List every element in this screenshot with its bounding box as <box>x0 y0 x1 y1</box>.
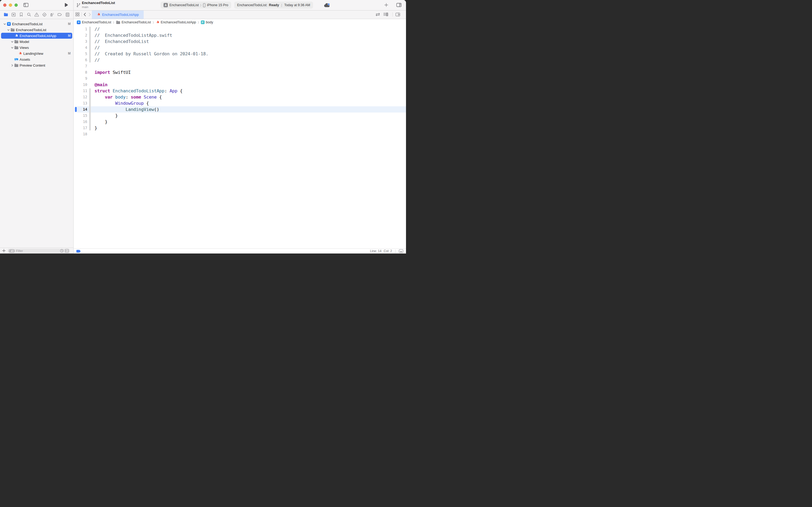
minimize-window-button[interactable] <box>9 3 12 7</box>
code-line-2[interactable]: 2// EnchancedTodoListApp.swift <box>73 32 406 39</box>
line-number[interactable]: 16 <box>73 119 87 125</box>
tree-item-enchancedtodolist[interactable]: AEnchancedTodoListM <box>0 21 73 27</box>
breakpoints-navigator-icon[interactable] <box>56 11 63 18</box>
reports-navigator-icon[interactable] <box>64 11 71 18</box>
breadcrumb-enchancedtodolistapp[interactable]: EnchancedTodoListApp <box>156 20 196 24</box>
code-line-14[interactable]: 14 LandingView() <box>73 106 406 113</box>
line-number[interactable]: 9 <box>73 75 87 81</box>
line-number[interactable]: 17 <box>73 125 87 131</box>
code-line-1[interactable]: 1// <box>73 26 406 32</box>
code-line-8[interactable]: 8import SwiftUI <box>73 69 406 75</box>
line-number[interactable]: 15 <box>73 113 87 119</box>
zoom-window-button[interactable] <box>14 3 18 7</box>
breadcrumb-enchancedtodolist[interactable]: AEnchancedTodoList <box>77 20 111 24</box>
code-line-6[interactable]: 6// <box>73 57 406 63</box>
assets-icon <box>14 57 18 61</box>
tree-item-landingview[interactable]: LandingViewM <box>0 51 73 56</box>
breadcrumb-label: body <box>206 20 213 24</box>
breadcrumb-body[interactable]: Pbody <box>201 20 213 24</box>
xcode-window: EnchancedTodoList main A EnchancedTodoLi… <box>0 0 406 253</box>
line-number[interactable]: 3 <box>73 39 87 45</box>
add-file-button[interactable] <box>2 249 6 253</box>
code-line-11[interactable]: 11struct EnchancedTodoListApp: App { <box>73 88 406 94</box>
line-number[interactable]: 2 <box>73 32 87 39</box>
source-control-navigator-icon[interactable] <box>10 11 17 18</box>
go-forward-button[interactable] <box>89 13 91 16</box>
code-line-17[interactable]: 17} <box>73 125 406 131</box>
tree-item-label: EnchancedTodoList <box>12 22 43 26</box>
tree-item-label: EnchancedTodoListApp <box>19 34 56 38</box>
toggle-navigator-sidebar-icon[interactable] <box>23 3 28 7</box>
scheme-selector[interactable]: A EnchancedTodoList 〉 iPhone 15 Pro <box>161 2 231 9</box>
disclosure-down-icon[interactable] <box>7 27 10 32</box>
code-line-3[interactable]: 3// EnchancedTodoList <box>73 39 406 45</box>
disclosure-down-icon[interactable] <box>10 45 14 50</box>
code-line-15[interactable]: 15 } <box>73 113 406 119</box>
bookmarks-navigator-icon[interactable] <box>18 11 24 18</box>
line-number[interactable]: 11 <box>73 88 87 94</box>
code-line-7[interactable]: 7 <box>73 63 406 69</box>
find-navigator-icon[interactable] <box>26 11 32 18</box>
line-number[interactable]: 1 <box>73 26 87 32</box>
activity-status[interactable]: EnchancedTodoList: Ready | Today at 9:36… <box>234 2 313 9</box>
tree-item-label: Model <box>19 40 29 44</box>
recent-files-icon[interactable] <box>60 249 64 253</box>
jump-bar: AEnchancedTodoList〉EnchancedTodoList〉Enc… <box>73 19 406 25</box>
filter-scope-icon[interactable] <box>65 249 69 253</box>
line-number[interactable]: 8 <box>73 69 87 75</box>
code-line-5[interactable]: 5// Created by Russell Gordon on 2024-01… <box>73 51 406 57</box>
code-review-icon[interactable] <box>375 13 380 16</box>
debug-navigator-icon[interactable] <box>49 11 55 18</box>
line-number[interactable]: 18 <box>73 131 87 137</box>
source-editor[interactable]: 1//2// EnchancedTodoListApp.swift3// Enc… <box>73 25 406 248</box>
code-line-12[interactable]: 12 var body: some Scene { <box>73 94 406 100</box>
code-line-16[interactable]: 16 } <box>73 119 406 125</box>
filter-menu-icon[interactable] <box>9 249 15 253</box>
add-item-button[interactable] <box>384 3 388 7</box>
toggle-inspector-sidebar-icon[interactable] <box>396 3 401 7</box>
line-number[interactable]: 7 <box>73 63 87 69</box>
tree-item-enchancedtodolistapp[interactable]: EnchancedTodoListAppM <box>0 33 73 39</box>
code-line-13[interactable]: 13 WindowGroup { <box>73 100 406 106</box>
scheme-separator: 〉 <box>200 3 201 7</box>
project-navigator-icon[interactable] <box>3 11 9 18</box>
line-number[interactable]: 10 <box>73 81 87 88</box>
issues-navigator-icon[interactable] <box>34 11 40 18</box>
tree-item-preview-content[interactable]: Preview Content <box>0 62 73 68</box>
disclosure-down-icon[interactable] <box>10 40 14 44</box>
adjust-editor-options-icon[interactable] <box>383 12 388 16</box>
code-line-18[interactable]: 18 <box>73 131 406 137</box>
swift-icon <box>14 34 18 38</box>
editor-tab[interactable]: EnchancedTodoListApp <box>92 10 143 19</box>
tree-item-label: Preview Content <box>19 63 45 67</box>
line-number[interactable]: 4 <box>73 45 87 51</box>
tree-item-assets[interactable]: Assets <box>0 56 73 62</box>
editor-dock-icon[interactable] <box>399 249 403 253</box>
scheme-project[interactable]: EnchancedTodoList <box>169 3 199 7</box>
go-back-button[interactable] <box>83 13 86 16</box>
close-window-button[interactable] <box>3 3 6 7</box>
tree-item-views[interactable]: Views <box>0 45 73 51</box>
line-number[interactable]: 14 <box>73 106 87 113</box>
source-control-change-bar <box>89 26 91 63</box>
line-number[interactable]: 6 <box>73 57 87 63</box>
related-items-icon[interactable] <box>75 12 79 16</box>
code-line-10[interactable]: 10@main <box>73 81 406 88</box>
code-line-9[interactable]: 9 <box>73 75 406 81</box>
breadcrumb-enchancedtodolist[interactable]: EnchancedTodoList <box>116 20 151 24</box>
swift-icon <box>18 52 22 55</box>
breakpoints-enabled-icon[interactable] <box>76 250 81 253</box>
tree-item-model[interactable]: Model <box>0 39 73 45</box>
tree-item-enchancedtodolist[interactable]: EnchancedTodoList <box>0 27 73 33</box>
disclosure-down-icon[interactable] <box>3 22 6 26</box>
scheme-device[interactable]: iPhone 15 Pro <box>207 3 228 7</box>
line-number[interactable]: 12 <box>73 94 87 100</box>
line-number[interactable]: 13 <box>73 100 87 106</box>
tests-navigator-icon[interactable] <box>41 11 48 18</box>
add-editor-button[interactable] <box>396 13 400 16</box>
line-number[interactable]: 5 <box>73 51 87 57</box>
run-button[interactable] <box>64 3 68 7</box>
code-line-4[interactable]: 4// <box>73 45 406 51</box>
filter-input[interactable]: Filter <box>8 249 70 253</box>
disclosure-right-icon[interactable] <box>10 63 14 67</box>
